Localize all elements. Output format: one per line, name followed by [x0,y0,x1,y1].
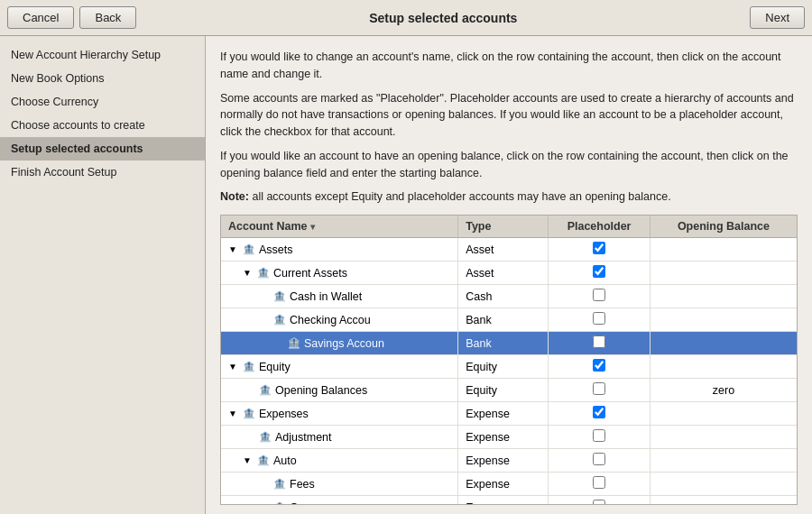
placeholder-checkbox[interactable] [593,359,605,372]
placeholder-checkbox[interactable] [593,500,605,505]
placeholder-cell[interactable] [549,262,651,285]
table-row[interactable]: 🏦Savings AccounBank [221,332,797,355]
account-name-label: Fees [290,478,315,491]
table-row[interactable]: ▼🏦AutoExpense [221,449,797,473]
table-body: ▼🏦AssetsAsset▼🏦Current AssetsAsset🏦Cash … [221,238,797,506]
top-bar: Cancel Back Setup selected accounts Next [0,0,812,36]
opening-balance-cell [650,285,797,308]
bank-icon: 🏦 [259,384,272,396]
account-name-cell: ▼🏦Equity [221,355,458,379]
expand-arrow-icon: ▼ [228,362,237,372]
table-row[interactable]: ▼🏦AssetsAsset [221,238,797,262]
table-row[interactable]: 🏦FeesExpense [221,473,797,496]
placeholder-checkbox[interactable] [593,382,605,395]
placeholder-checkbox[interactable] [593,242,605,254]
placeholder-cell[interactable] [549,449,651,473]
sidebar-item-new-account-hierarchy-setup[interactable]: New Account Hierarchy Setup [0,43,205,67]
bank-icon: 🏦 [273,314,286,326]
instruction-note: Note: all accounts except Equity and pla… [220,188,798,206]
account-name-cell: 🏦Cash in Wallet [221,285,458,308]
sidebar-item-finish-account-setup[interactable]: Finish Account Setup [0,161,205,184]
content-area: If you would like to change an account's… [206,36,812,514]
instruction-1: If you would like to change an account's… [220,49,798,83]
table-row[interactable]: ▼🏦EquityEquity [221,355,797,379]
table-row[interactable]: 🏦Cash in WalletCash [221,285,797,308]
account-name-label: Expenses [259,408,309,420]
bank-icon: 🏦 [259,431,272,443]
placeholder-cell[interactable] [549,426,651,449]
table-row[interactable]: 🏦Opening BalancesEquityzero [221,379,797,402]
placeholder-cell[interactable] [549,308,651,332]
placeholder-cell[interactable] [549,332,651,355]
bank-icon: 🏦 [243,408,255,419]
opening-balance-cell [650,238,797,262]
sidebar-item-choose-accounts-to-create[interactable]: Choose accounts to create [0,114,205,137]
account-name-label: Adjustment [275,431,332,444]
placeholder-cell[interactable] [549,473,651,496]
table-row[interactable]: 🏦GasExpense [221,496,797,506]
account-type-cell: Expense [458,473,549,496]
placeholder-cell[interactable] [549,285,651,308]
placeholder-cell[interactable] [549,379,651,402]
placeholder-cell[interactable] [549,496,651,506]
account-name-label: Gas [290,501,310,506]
table-header-row: Account Name ▾ Type Placeholder Opening … [221,216,797,238]
account-name-label: Savings Accoun [304,337,384,350]
expand-arrow-icon: ▼ [228,244,237,254]
placeholder-checkbox[interactable] [593,429,605,442]
placeholder-checkbox[interactable] [593,335,605,348]
main-layout: New Account Hierarchy SetupNew Book Opti… [0,36,812,514]
account-name-label: Equity [259,361,291,373]
col-header-placeholder: Placeholder [549,216,651,238]
account-type-cell: Expense [458,426,549,449]
account-name-cell: 🏦Gas [221,496,458,506]
opening-balance-cell [650,496,797,506]
top-bar-right-buttons: Next [750,6,805,29]
back-button[interactable]: Back [79,6,136,29]
cancel-button[interactable]: Cancel [7,6,74,29]
placeholder-cell[interactable] [549,238,651,262]
account-name-label: Current Assets [273,267,347,280]
top-bar-left-buttons: Cancel Back [7,6,136,29]
opening-balance-cell[interactable]: zero [650,379,797,402]
table-row[interactable]: ▼🏦ExpensesExpense [221,402,797,426]
sidebar-item-setup-selected-accounts[interactable]: Setup selected accounts [0,137,205,161]
account-name-cell: ▼🏦Assets [221,238,458,262]
account-name-label: Opening Balances [275,384,367,397]
placeholder-cell[interactable] [549,402,651,426]
instruction-3: If you would like an account to have an … [220,148,798,182]
account-name-cell: ▼🏦Current Assets [221,262,458,285]
account-name-cell: ▼🏦Auto [221,449,458,473]
account-type-cell: Bank [458,332,549,355]
bank-icon: 🏦 [273,501,286,505]
placeholder-checkbox[interactable] [593,476,605,489]
account-type-cell: Bank [458,308,549,332]
opening-balance-cell [650,332,797,355]
next-button[interactable]: Next [750,6,805,29]
placeholder-checkbox[interactable] [593,406,605,418]
placeholder-checkbox[interactable] [593,289,605,301]
table-row[interactable]: 🏦AdjustmentExpense [221,426,797,449]
account-name-cell: 🏦Fees [221,473,458,496]
account-name-cell: 🏦Checking Accou [221,308,458,332]
placeholder-checkbox[interactable] [593,453,605,465]
account-type-cell: Expense [458,449,549,473]
bank-icon: 🏦 [288,337,300,349]
sidebar-item-new-book-options[interactable]: New Book Options [0,67,205,90]
table-row[interactable]: 🏦Checking AccouBank [221,308,797,332]
account-type-cell: Expense [458,496,549,506]
bank-icon: 🏦 [273,290,286,302]
expand-arrow-icon: ▼ [243,455,252,465]
placeholder-checkbox[interactable] [593,312,605,325]
account-name-cell: 🏦Opening Balances [221,379,458,402]
bank-icon: 🏦 [273,478,286,490]
note-body: all accounts except Equity and placehold… [249,190,671,203]
placeholder-checkbox[interactable] [593,265,605,278]
placeholder-cell[interactable] [549,355,651,379]
table-row[interactable]: ▼🏦Current AssetsAsset [221,262,797,285]
opening-balance-cell [650,402,797,426]
opening-balance-cell [650,473,797,496]
sidebar-item-choose-currency[interactable]: Choose Currency [0,90,205,114]
accounts-table: Account Name ▾ Type Placeholder Opening … [221,216,797,505]
bank-icon: 🏦 [243,243,255,255]
